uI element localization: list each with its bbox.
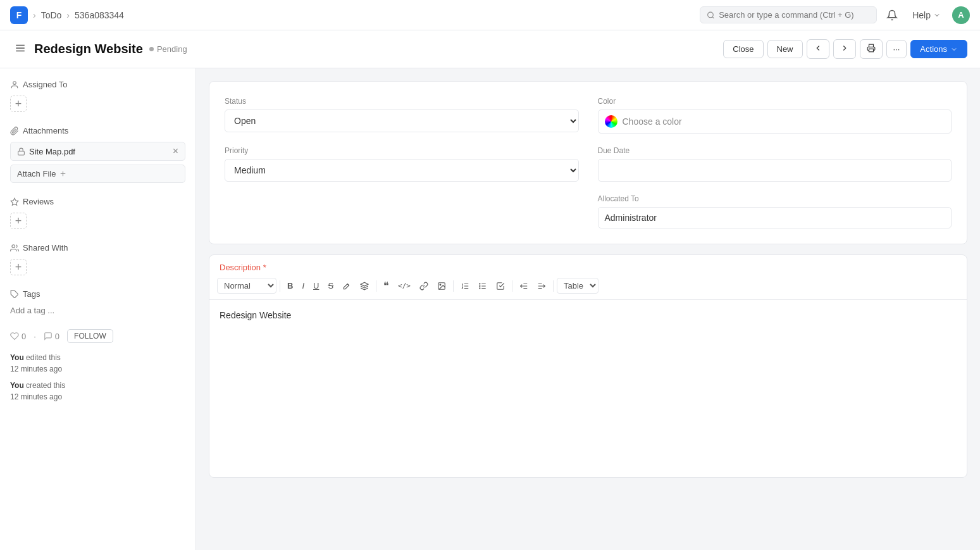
- description-card: Description * Normal Heading 1 Heading 2…: [209, 254, 967, 478]
- svg-point-5: [12, 244, 15, 247]
- indent-icon: [537, 282, 546, 291]
- assigned-to-section: Assigned To +: [10, 80, 185, 112]
- add-shared-button[interactable]: +: [10, 259, 27, 275]
- topnav-right: Help A: [700, 6, 970, 24]
- paperclip-icon: [10, 127, 19, 135]
- description-label: Description: [220, 263, 261, 272]
- assigned-to-label: Assigned To: [23, 80, 68, 89]
- more-button[interactable]: ···: [886, 40, 907, 58]
- heart-icon: [10, 332, 19, 341]
- help-button[interactable]: Help: [907, 7, 946, 23]
- attachment-filename: Site Map.pdf: [29, 147, 75, 156]
- actions-chevron-icon: [950, 46, 958, 53]
- strikethrough-button[interactable]: S: [324, 278, 337, 293]
- add-review-button[interactable]: +: [10, 213, 27, 229]
- attachments-section: Attachments Site Map.pdf × Attach File: [10, 126, 185, 183]
- actions-label: Actions: [920, 44, 947, 54]
- required-marker: *: [261, 263, 266, 272]
- text-style-select[interactable]: Normal Heading 1 Heading 2 Heading 3: [217, 278, 276, 294]
- color-wheel-icon: [605, 115, 617, 128]
- image-icon: [437, 282, 446, 291]
- shared-with-section: Shared With +: [10, 243, 185, 275]
- text-color-button[interactable]: [338, 279, 355, 293]
- status-select[interactable]: Open Pending Closed Resolved: [225, 109, 579, 132]
- print-button[interactable]: [860, 39, 883, 59]
- notifications-button[interactable]: [883, 6, 901, 24]
- ordered-list-button[interactable]: [457, 279, 473, 293]
- page-header-right: Close New ··· Actions: [723, 39, 967, 59]
- app-logo[interactable]: F: [10, 6, 28, 24]
- svg-point-16: [480, 285, 480, 286]
- due-date-field: Due Date: [598, 146, 952, 182]
- tags-section: Tags: [10, 289, 185, 315]
- follow-button[interactable]: FOLLOW: [67, 329, 113, 343]
- indent-button[interactable]: [533, 279, 550, 293]
- new-button[interactable]: New: [767, 40, 803, 58]
- remove-attachment-button[interactable]: ×: [173, 146, 178, 156]
- form-card: Status Open Pending Closed Resolved Colo…: [209, 81, 967, 244]
- more-dots: ···: [893, 44, 900, 54]
- italic-button[interactable]: I: [298, 278, 308, 293]
- chevron-down-icon: [933, 11, 941, 19]
- search-input[interactable]: [719, 10, 870, 20]
- editor-content: Redesign Website: [220, 310, 957, 320]
- editor-toolbar: Normal Heading 1 Heading 2 Heading 3 B I…: [209, 272, 967, 300]
- code-button[interactable]: </>: [394, 279, 414, 292]
- attach-file-label: Attach File: [17, 169, 56, 178]
- activity-1-bold: You: [10, 353, 24, 362]
- print-icon: [867, 44, 876, 53]
- shared-with-label: Shared With: [23, 243, 68, 253]
- actions-button[interactable]: Actions: [910, 40, 967, 58]
- image-button[interactable]: [433, 279, 450, 293]
- breadcrumb-area: F › ToDo › 536a083344: [10, 6, 124, 24]
- sidebar-footer: 0 · 0 FOLLOW You edited this 12 minutes …: [10, 329, 185, 403]
- link-icon: [419, 282, 428, 291]
- activity-2-bold: You: [10, 381, 24, 390]
- avatar-button[interactable]: A: [952, 6, 970, 24]
- next-button[interactable]: [833, 39, 856, 59]
- breadcrumb-id[interactable]: 536a083344: [75, 10, 124, 20]
- toolbar-divider-1: [280, 280, 280, 292]
- status-badge: Pending: [149, 44, 187, 54]
- svg-point-15: [480, 283, 480, 284]
- status-field: Status Open Pending Closed Resolved: [225, 97, 579, 134]
- tags-title: Tags: [10, 289, 185, 299]
- attach-file-button[interactable]: Attach File: [10, 165, 185, 183]
- activity-1-text: edited this: [24, 353, 61, 362]
- page-header-left: Redesign Website Pending: [13, 41, 187, 58]
- reviews-title: Reviews: [10, 197, 185, 206]
- color-picker[interactable]: Choose a color: [598, 109, 952, 134]
- color-placeholder: Choose a color: [623, 116, 682, 127]
- bold-button[interactable]: B: [283, 278, 297, 293]
- breadcrumb-sep-2: ›: [66, 10, 70, 20]
- breadcrumb-todo[interactable]: ToDo: [41, 10, 62, 20]
- likes-count-group: 0: [10, 332, 26, 341]
- tags-input[interactable]: [10, 306, 185, 315]
- unordered-list-button[interactable]: [474, 279, 491, 293]
- form-grid: Status Open Pending Closed Resolved Colo…: [225, 97, 952, 228]
- blockquote-button[interactable]: ❝: [380, 277, 393, 294]
- menu-icon-button[interactable]: [13, 41, 28, 58]
- add-assigned-button[interactable]: +: [10, 96, 27, 112]
- close-button[interactable]: Close: [723, 40, 763, 58]
- page-title: Redesign Website: [34, 42, 143, 56]
- prev-button[interactable]: [807, 39, 829, 59]
- underline-button[interactable]: U: [309, 278, 323, 293]
- checklist-button[interactable]: [492, 279, 509, 293]
- due-date-input[interactable]: [598, 159, 952, 182]
- svg-point-17: [480, 287, 480, 288]
- activity-1-time: 12 minutes ago: [10, 365, 62, 373]
- priority-select[interactable]: Low Medium High Urgent: [225, 159, 579, 182]
- attachment-item: Site Map.pdf ×: [10, 142, 185, 161]
- svg-marker-4: [11, 198, 18, 205]
- table-select[interactable]: Table: [557, 278, 599, 294]
- outdent-button[interactable]: [516, 279, 532, 293]
- link-button[interactable]: [416, 279, 432, 293]
- outdent-icon: [519, 282, 528, 291]
- highlight-button[interactable]: [356, 279, 373, 293]
- editor-body[interactable]: Redesign Website: [209, 300, 967, 477]
- svg-point-8: [440, 284, 441, 285]
- search-bar[interactable]: [700, 6, 877, 23]
- user-icon: [10, 80, 19, 89]
- text-color-icon: [342, 282, 351, 291]
